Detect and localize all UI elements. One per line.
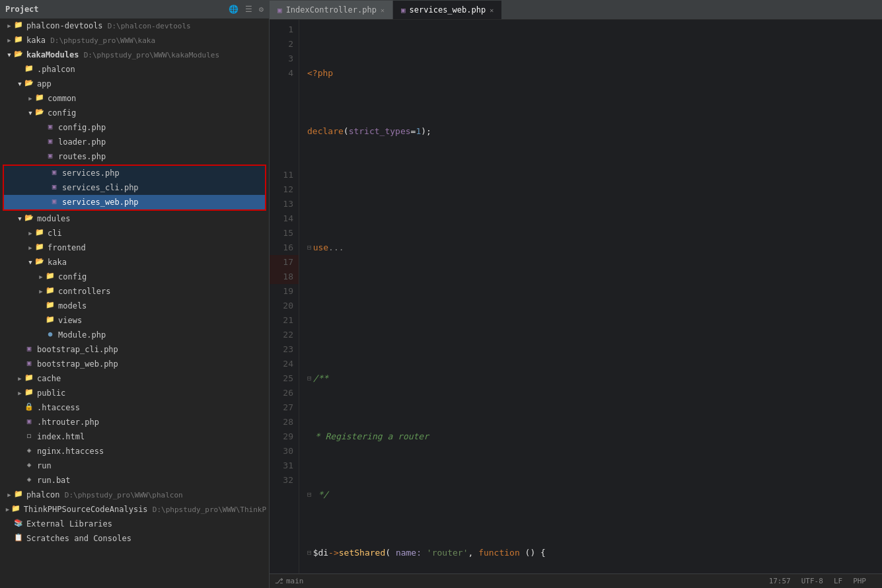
sidebar-item-cache[interactable]: ▶ 📁 cache (0, 371, 269, 386)
arrow-icon: ▶ (26, 230, 34, 237)
arrow-icon: ▶ (5, 37, 13, 44)
code-line-4: ⊟use ... (307, 240, 882, 255)
php-icon: ● (45, 330, 55, 340)
sidebar-item-external-libs[interactable]: 📚 External Libraries (0, 517, 269, 531)
arrow-icon: ▼ (16, 215, 24, 222)
folder-icon: 📁 (13, 35, 24, 46)
sidebar-item-thinkphp[interactable]: ▶ 📁 ThinkPHPSourceCodeAnalysis D:\phpstu… (0, 502, 269, 517)
folder-icon: 📂 (24, 213, 34, 224)
sidebar-item-run[interactable]: ◈ run (0, 459, 269, 473)
line-numbers: 1 2 3 4 5 6 7 8 9 10 11 12 13 14 15 16 1… (270, 20, 299, 573)
file-icon: ◈ (24, 460, 34, 471)
sidebar-item-bootstrap-cli[interactable]: ▣ bootstrap_cli.php (0, 342, 269, 357)
arrow-icon: ▶ (37, 288, 45, 295)
sidebar-item-phalcon-hidden[interactable]: 📁 .phalcon (0, 62, 269, 77)
sidebar-item-config-php[interactable]: ▣ config.php (0, 120, 269, 135)
sidebar-item-views[interactable]: 📁 views (0, 313, 269, 328)
arrow-icon: ▶ (37, 274, 45, 280)
tab-close-services-web[interactable]: ✕ (490, 7, 494, 14)
sidebar-item-module-php[interactable]: ● Module.php (0, 328, 269, 342)
bottom-bar: ⎇ main 17:57 UTF-8 LF PHP (270, 573, 882, 588)
sidebar-item-app[interactable]: ▼ 📂 app (0, 77, 269, 91)
arrow-icon: ▶ (5, 22, 13, 29)
folder-icon: 📁 (24, 64, 34, 75)
sidebar-header: Project 🌐 ☰ ⚙ (0, 0, 269, 18)
code-editor: 1 2 3 4 5 6 7 8 9 10 11 12 13 14 15 16 1… (270, 20, 882, 573)
php-icon: ▣ (45, 122, 55, 133)
file-icon: 🔒 (24, 402, 34, 413)
sidebar-item-services-web-php[interactable]: ▣ services_web.php (4, 195, 265, 209)
folder-icon: 📁 (45, 315, 55, 326)
sidebar-tree: ▶ 📁 phalcon-devtools D:\phalcon-devtools… (0, 18, 269, 588)
sidebar-item-run-bat[interactable]: ◈ run.bat (0, 473, 269, 488)
folder-icon: 📁 (11, 504, 21, 515)
folder-icon: 📁 (34, 228, 45, 239)
sidebar-item-modules[interactable]: ▼ 📂 modules (0, 211, 269, 226)
file-icon: ◈ (24, 475, 34, 486)
line-col: 17:57 (769, 577, 791, 585)
php-icon: ▣ (24, 359, 34, 369)
tab-bar: ▣ IndexController.php ✕ ▣ services_web.p… (270, 0, 882, 20)
sidebar-item-bootstrap-web[interactable]: ▣ bootstrap_web.php (0, 357, 269, 371)
tab-services-web[interactable]: ▣ services_web.php ✕ (393, 1, 502, 19)
sidebar-icon-settings[interactable]: ⚙ (259, 5, 264, 14)
folder-icon: 📁 (34, 93, 45, 104)
code-line-15: ⊟$di->setShared( name: 'router', functio… (307, 546, 882, 560)
sidebar-item-common[interactable]: ▶ 📁 common (0, 91, 269, 106)
folder-icon: 📂 (13, 50, 24, 60)
libs-icon: 📚 (13, 519, 24, 529)
folder-icon: 📂 (34, 257, 45, 268)
sidebar-item-models[interactable]: 📁 models (0, 299, 269, 313)
sidebar-item-public[interactable]: ▶ 📁 public (0, 386, 269, 400)
sidebar-icon-globe[interactable]: 🌐 (229, 5, 239, 14)
git-branch: ⎇ main (275, 577, 304, 585)
sidebar-item-services-php[interactable]: ▣ services.php (4, 166, 265, 180)
sidebar: Project 🌐 ☰ ⚙ ▶ 📁 phalcon-devtools D:\ph… (0, 0, 270, 588)
sidebar-item-kaka-config[interactable]: ▶ 📁 config (0, 270, 269, 284)
file-icon: ◈ (24, 446, 34, 457)
code-content[interactable]: <?php declare(strict_types=1); ⊟use ... … (299, 20, 882, 573)
sidebar-item-config[interactable]: ▼ 📂 config (0, 106, 269, 120)
code-line-14: ⊟ */ (307, 488, 882, 502)
tab-close-index-controller[interactable]: ✕ (381, 7, 385, 14)
encoding: UTF-8 (801, 577, 823, 585)
sidebar-item-phalcon-devtools[interactable]: ▶ 📁 phalcon-devtools D:\phalcon-devtools (0, 18, 269, 33)
sidebar-item-services-cli-php[interactable]: ▣ services_cli.php (4, 180, 265, 195)
sidebar-item-loader-php[interactable]: ▣ loader.php (0, 135, 269, 149)
sidebar-item-nginx-htaccess[interactable]: ◈ nginx.htaccess (0, 444, 269, 459)
sidebar-item-phalcon-root[interactable]: ▶ 📁 phalcon D:\phpstudy_pro\WWW\phalcon (0, 488, 269, 502)
sidebar-item-htrouter[interactable]: ▣ .htrouter.php (0, 415, 269, 429)
html-icon: ◻ (24, 431, 34, 442)
sidebar-icon-list[interactable]: ☰ (245, 5, 252, 14)
sidebar-item-scratches[interactable]: 📋 Scratches and Consoles (0, 531, 269, 546)
arrow-icon: ▶ (5, 506, 11, 513)
sidebar-item-kaka-module[interactable]: ▼ 📂 kaka (0, 255, 269, 270)
highlighted-files-group: ▣ services.php ▣ services_cli.php ▣ serv… (3, 165, 266, 211)
sidebar-item-frontend[interactable]: ▶ 📁 frontend (0, 240, 269, 255)
folder-icon: 📁 (13, 490, 24, 500)
php-icon: ▣ (49, 197, 59, 207)
folder-icon: 📁 (34, 242, 45, 253)
scratches-icon: 📋 (13, 533, 24, 544)
sidebar-item-cli[interactable]: ▶ 📁 cli (0, 226, 269, 240)
folder-icon: 📁 (45, 272, 55, 282)
tab-index-controller[interactable]: ▣ IndexController.php ✕ (270, 1, 393, 19)
sidebar-item-controllers[interactable]: ▶ 📁 controllers (0, 284, 269, 299)
php-icon: ▣ (24, 344, 34, 355)
arrow-icon: ▼ (26, 110, 34, 116)
sidebar-item-routes-php[interactable]: ▣ routes.php (0, 149, 269, 164)
arrow-icon: ▼ (26, 259, 34, 266)
arrow-icon: ▼ (16, 81, 24, 87)
file-type: PHP (853, 577, 866, 585)
sidebar-item-kaka[interactable]: ▶ 📁 kaka D:\phpstudy_pro\WWW\kaka (0, 33, 269, 48)
sidebar-item-htaccess[interactable]: 🔒 .htaccess (0, 400, 269, 415)
sidebar-item-index-html[interactable]: ◻ index.html (0, 429, 269, 444)
arrow-icon: ▶ (26, 95, 34, 102)
sidebar-item-kakaModules[interactable]: ▼ 📂 kakaModules D:\phpstudy_pro\WWW\kaka… (0, 48, 269, 62)
arrow-icon: ▶ (16, 390, 24, 396)
php-tab-icon: ▣ (277, 6, 282, 15)
editor-area: ▣ IndexController.php ✕ ▣ services_web.p… (270, 0, 882, 588)
php-icon: ▣ (24, 417, 34, 427)
folder-icon: 📂 (34, 108, 45, 118)
code-line-13: * Registering a router (307, 429, 882, 444)
